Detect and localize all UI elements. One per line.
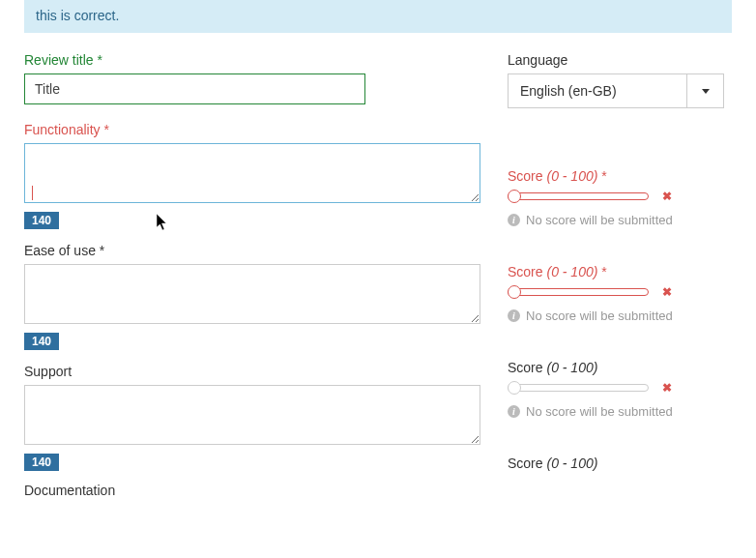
support-counter: 140: [24, 454, 59, 471]
info-icon: i: [508, 405, 520, 418]
score-label-text: Score: [508, 455, 543, 471]
documentation-label: Documentation: [24, 483, 488, 498]
slider-thumb-2[interactable]: [508, 285, 521, 299]
language-dropdown-button[interactable]: [687, 73, 724, 108]
title-label-text: Review title: [24, 52, 94, 68]
language-label: Language: [508, 52, 732, 68]
score-hint-2: i No score will be submitted: [508, 308, 732, 323]
ease-label-text: Ease of use: [24, 243, 96, 258]
score-hint-1: i No score will be submitted: [508, 213, 732, 227]
score-support: Score (0 - 100) ✖ i No score will be sub…: [508, 360, 732, 419]
info-icon: i: [508, 214, 520, 226]
title-input[interactable]: [24, 73, 365, 104]
score-label-1: Score (0 - 100) *: [508, 168, 732, 184]
functionality-field: Functionality * 140: [24, 122, 488, 229]
score-ease: Score (0 - 100) * ✖ i No score will be s…: [508, 264, 732, 323]
score-range: (0 - 100): [546, 360, 597, 375]
support-label-text: Support: [24, 364, 72, 379]
required-asterisk: *: [97, 52, 102, 68]
support-field: Support 140: [24, 364, 488, 471]
required-asterisk: *: [100, 243, 104, 258]
info-icon: i: [508, 309, 520, 322]
score-label-text: Score: [508, 264, 543, 279]
support-textarea[interactable]: [24, 385, 480, 445]
required-asterisk: *: [103, 122, 108, 137]
ease-field: Ease of use * 140: [24, 243, 488, 350]
support-label: Support: [24, 364, 488, 379]
score-hint-text: No score will be submitted: [526, 213, 673, 227]
score-slider-1[interactable]: [508, 192, 649, 200]
score-range: (0 - 100): [546, 455, 597, 471]
documentation-field: Documentation: [24, 483, 488, 498]
score-range: (0 - 100): [546, 264, 597, 279]
functionality-counter: 140: [24, 212, 59, 229]
remove-icon[interactable]: ✖: [662, 381, 672, 395]
functionality-label-text: Functionality: [24, 122, 101, 137]
score-row-1: ✖: [508, 190, 732, 203]
title-field: Review title *: [24, 52, 488, 104]
language-select[interactable]: English (en-GB): [508, 73, 724, 108]
functionality-textarea[interactable]: [24, 143, 480, 203]
left-column: Review title * Functionality * 140 Ease …: [24, 52, 488, 504]
score-hint-text: No score will be submitted: [526, 308, 673, 323]
documentation-label-text: Documentation: [24, 483, 115, 498]
score-documentation: Score (0 - 100): [508, 455, 732, 471]
remove-icon[interactable]: ✖: [662, 285, 672, 299]
score-label-2: Score (0 - 100) *: [508, 264, 732, 279]
required-asterisk: *: [601, 264, 606, 279]
form-container: Review title * Functionality * 140 Ease …: [0, 33, 756, 504]
score-slider-3[interactable]: [508, 384, 649, 392]
slider-thumb-1[interactable]: [508, 190, 521, 203]
ease-counter: 140: [24, 333, 59, 350]
right-column: Language English (en-GB) Score (0 - 100)…: [508, 52, 732, 504]
slider-thumb-3[interactable]: [508, 381, 521, 395]
score-label-4: Score (0 - 100): [508, 455, 732, 471]
score-row-3: ✖: [508, 381, 732, 395]
info-banner: this is correct.: [24, 0, 732, 33]
remove-icon[interactable]: ✖: [662, 190, 672, 203]
score-range: (0 - 100): [546, 168, 597, 184]
score-label-text: Score: [508, 168, 543, 184]
functionality-label: Functionality *: [24, 122, 488, 137]
ease-label: Ease of use *: [24, 243, 488, 258]
score-hint-text: No score will be submitted: [526, 404, 673, 419]
score-slider-2[interactable]: [508, 288, 649, 296]
score-functionality: Score (0 - 100) * ✖ i No score will be s…: [508, 168, 732, 227]
info-banner-text: this is correct.: [36, 8, 119, 23]
language-field: Language English (en-GB): [508, 52, 732, 108]
score-label-3: Score (0 - 100): [508, 360, 732, 375]
ease-textarea[interactable]: [24, 264, 480, 324]
score-label-text: Score: [508, 360, 543, 375]
chevron-down-icon: [702, 89, 710, 94]
score-hint-3: i No score will be submitted: [508, 404, 732, 419]
score-row-2: ✖: [508, 285, 732, 299]
language-value: English (en-GB): [508, 73, 687, 108]
title-label: Review title *: [24, 52, 488, 68]
required-asterisk: *: [601, 168, 606, 184]
text-cursor: [32, 186, 33, 200]
